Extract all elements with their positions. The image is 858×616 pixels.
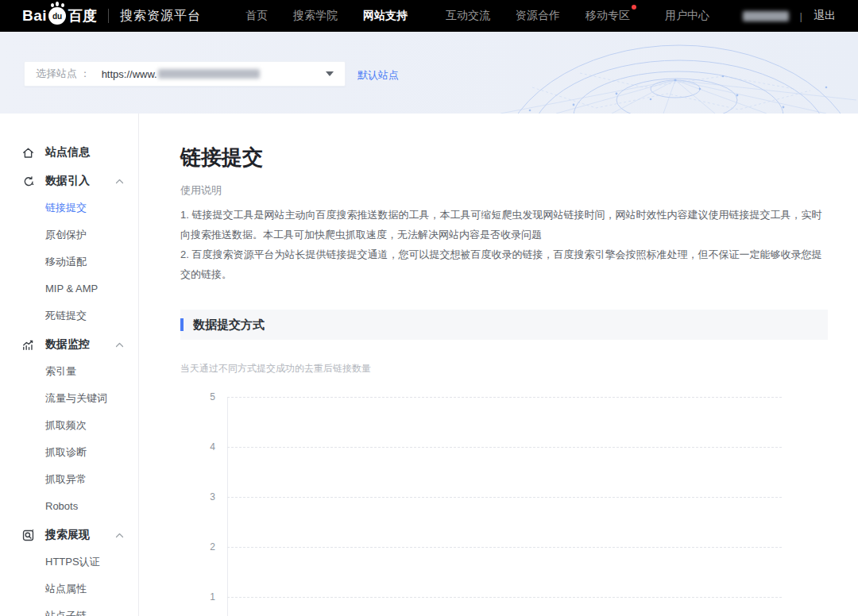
sidebar-item-2-4[interactable]: 抓取异常 [0,466,138,493]
sidebar-group-label: 数据引入 [45,174,90,188]
site-selector-dropdown[interactable]: 选择站点 ： https://www. [24,61,346,87]
sidebar-item-2-3[interactable]: 抓取诊断 [0,439,138,466]
nav-item-0[interactable]: 首页 [245,9,268,23]
nav-item-1[interactable]: 搜索学院 [293,9,338,23]
sidebar-item-1-1[interactable]: 原创保护 [0,221,138,248]
sidebar-item-1-2[interactable]: 移动适配 [0,248,138,275]
site-banner: 选择站点 ： https://www. 默认站点 [0,32,858,114]
masked-username[interactable] [743,11,789,21]
sidebar-group-2[interactable]: 数据监控 [0,331,138,358]
logout-link[interactable]: 退出 [814,9,836,23]
chart-grid-row: 1 [180,597,828,616]
sidebar-item-2-2[interactable]: 抓取频次 [0,412,138,439]
chevron-down-icon [326,71,334,76]
chevron-up-icon[interactable] [115,533,124,538]
data-import-icon [21,175,35,188]
notification-dot [632,5,636,10]
nav-user-area: | 退出 [743,9,836,23]
y-tick-label: 3 [180,491,215,502]
usage-item-1: 2. 百度搜索资源平台为站长提供链接提交通道，您可以提交想被百度收录的链接，百度… [180,244,828,284]
sidebar-group-label: 站点信息 [45,145,90,160]
y-tick-label: 4 [180,441,215,452]
section-title: 数据提交方式 [193,318,265,333]
submission-chart: 54321 [180,397,828,616]
y-tick-label: 5 [180,391,215,402]
chevron-up-icon[interactable] [115,342,124,348]
sidebar-group-1[interactable]: 数据引入 [0,167,138,194]
nav-item-3[interactable]: 互动交流 [446,9,490,23]
default-site-link[interactable]: 默认站点 [358,68,399,83]
chart-grid-row: 5 [180,397,828,447]
y-tick-label: 1 [180,591,215,603]
sidebar-item-3-1[interactable]: 站点属性 [0,576,138,603]
sidebar-item-2-0[interactable]: 索引量 [0,358,138,385]
sidebar-group-label: 数据监控 [45,337,90,352]
data-monitor-icon [21,338,35,352]
chart-grid-row: 2 [180,547,828,597]
sidebar-group-0[interactable]: 站点信息 [0,139,138,166]
content-area: 站点信息数据引入链接提交原创保护移动适配MIP & AMP死链提交数据监控索引量… [0,114,858,616]
chevron-up-icon[interactable] [115,179,124,184]
gridline [227,547,782,548]
nav-item-5[interactable]: 移动专区 [586,9,630,23]
usage-instructions-title: 使用说明 [180,183,829,198]
main-nav: 首页搜索学院网站支持互动交流资源合作移动专区用户中心 [220,9,709,23]
y-tick-label: 2 [180,541,215,552]
main-panel: 链接提交 使用说明 1. 链接提交工具是网站主动向百度搜索推送数据的工具，本工具… [139,114,829,616]
section-header-data-submission: 数据提交方式 [180,310,828,340]
nav-item-4[interactable]: 资源合作 [516,9,560,23]
chart-subtitle: 当天通过不同方式提交成功的去重后链接数量 [180,362,829,375]
sidebar-item-1-4[interactable]: 死链提交 [0,302,138,329]
sidebar-item-2-5[interactable]: Robots [0,493,138,520]
page-title: 链接提交 [180,145,829,169]
logo-text-bai: Bai [22,7,47,25]
gridline [227,447,782,448]
home-icon [21,146,35,160]
logo-text-du: du [52,12,62,21]
logo-text-cn: 百度 [68,6,97,25]
baidu-logo[interactable]: Bai du 百度 [22,6,97,25]
sidebar-item-1-3[interactable]: MIP & AMP [0,275,138,302]
logo-divider [108,9,109,23]
sidebar-item-3-0[interactable]: HTTPS认证 [0,549,138,576]
section-accent-bar [180,318,184,331]
nav-item-6[interactable]: 用户中心 [665,9,709,23]
sidebar-item-1-0[interactable]: 链接提交 [0,194,138,221]
nav-item-2[interactable]: 网站支持 [363,9,408,23]
sidebar-item-2-1[interactable]: 流量与关键词 [0,385,138,412]
usage-item-0: 1. 链接提交工具是网站主动向百度搜索推送数据的工具，本工具可缩短爬虫发现网站链… [180,205,828,244]
chart-grid-row: 3 [180,497,828,547]
sidebar: 站点信息数据引入链接提交原创保护移动适配MIP & AMP死链提交数据监控索引量… [0,114,139,616]
selected-site-url: https://www. [102,68,260,80]
nav-divider: | [800,10,802,22]
site-selector-label: 选择站点 ： [36,67,91,81]
globe-wireframe-graphic [485,32,858,114]
baidu-paw-icon: du [48,7,66,25]
chart-grid: 54321 [180,397,828,616]
chart-grid-row: 4 [180,447,828,497]
gridline [227,397,782,398]
platform-name: 搜索资源平台 [120,8,201,25]
usage-instructions: 1. 链接提交工具是网站主动向百度搜索推送数据的工具，本工具可缩短爬虫发现网站链… [180,205,828,284]
top-navigation-bar: Bai du 百度 搜索资源平台 首页搜索学院网站支持互动交流资源合作移动专区用… [0,0,858,32]
search-display-icon [21,529,35,542]
sidebar-group-label: 搜索展现 [45,528,90,542]
sidebar-item-3-2[interactable]: 站点子链 [0,603,138,616]
gridline [227,597,782,598]
gridline [227,497,782,498]
masked-site-domain [158,69,260,79]
sidebar-group-3[interactable]: 搜索展现 [0,522,138,549]
